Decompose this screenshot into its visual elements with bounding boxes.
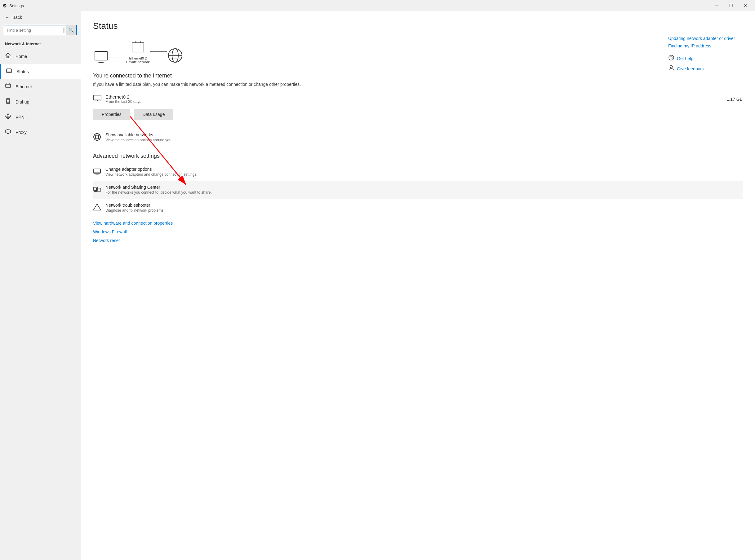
usage-period: From the last 30 days — [105, 99, 141, 104]
show-networks-icon — [93, 133, 101, 143]
svg-rect-4 — [5, 84, 11, 87]
back-label: Back — [13, 15, 22, 20]
sidebar-item-ethernet-label: Ethernet — [16, 84, 32, 89]
ethernet-icon — [5, 83, 11, 91]
button-row: Properties Data usage — [93, 109, 742, 120]
sidebar-item-proxy-label: Proxy — [16, 130, 27, 135]
proxy-icon — [5, 128, 11, 136]
sharing-icon — [93, 185, 101, 195]
adapter-sub: View network adapters and change connect… — [105, 172, 197, 177]
help-icon — [668, 55, 674, 62]
advanced-section-title: Advanced network settings — [93, 153, 742, 159]
network-diagram: Ethernet0 2 Private network — [93, 40, 742, 64]
home-icon — [5, 53, 11, 60]
title-bar: ⚙ Settings ─ ❐ ✕ — [0, 0, 755, 11]
laptop-icon — [93, 50, 109, 64]
search-input[interactable] — [4, 28, 62, 33]
right-panel: Updating network adapter or driver Findi… — [668, 36, 742, 73]
usage-row: Ethernet0 2 From the last 30 days 1.17 G… — [93, 94, 742, 104]
net-line-1 — [109, 58, 126, 58]
adapter-title: Change adapter options — [105, 167, 197, 172]
cursor-icon: ┃ — [62, 27, 66, 33]
back-button[interactable]: ← Back — [0, 11, 81, 23]
ip-address-link[interactable]: Finding my IP address — [668, 43, 742, 48]
sidebar: ← Back ┃ 🔍 Network & Internet Home — [0, 11, 81, 560]
svg-point-12 — [8, 101, 9, 102]
maximize-button[interactable]: ❐ — [724, 0, 738, 11]
troubleshoot-text: Network troubleshooter Diagnose and fix … — [105, 203, 164, 213]
troubleshoot-title: Network troubleshooter — [105, 203, 164, 208]
svg-marker-16 — [5, 129, 11, 134]
svg-rect-38 — [94, 169, 100, 173]
troubleshoot-icon — [93, 203, 101, 213]
usage-size: 1.17 GB — [727, 97, 742, 102]
give-feedback-row[interactable]: Give feedback — [668, 65, 742, 73]
globe-icon — [167, 47, 183, 64]
svg-rect-17 — [95, 52, 107, 60]
give-feedback-label: Give feedback — [677, 66, 705, 71]
sidebar-item-vpn[interactable]: VPN — [0, 109, 81, 125]
svg-rect-29 — [94, 95, 101, 100]
adapter-options-row[interactable]: Change adapter options View network adap… — [93, 163, 742, 181]
back-icon: ← — [5, 15, 9, 20]
title-bar-controls: ─ ❐ ✕ — [710, 0, 753, 11]
connected-title: You're connected to the Internet — [93, 73, 742, 79]
usage-row-left: Ethernet0 2 From the last 30 days — [93, 94, 141, 104]
properties-button[interactable]: Properties — [93, 109, 130, 120]
adapter-icon — [93, 167, 101, 177]
sharing-sub: For the networks you connect to, decide … — [105, 190, 212, 195]
network-type-label: Private network — [126, 60, 150, 64]
usage-icon — [93, 94, 102, 104]
sharing-title: Network and Sharing Center — [105, 185, 212, 190]
hardware-link[interactable]: View hardware and connection properties — [93, 221, 742, 226]
title-bar-left: ⚙ Settings — [2, 3, 24, 9]
sidebar-item-dialup-label: Dial-up — [16, 99, 29, 104]
router-icon: Ethernet0 2 Private network — [126, 40, 150, 64]
adapter-driver-link[interactable]: Updating network adapter or driver — [668, 36, 742, 41]
search-box: ┃ 🔍 — [4, 25, 77, 35]
sharing-text: Network and Sharing Center For the netwo… — [105, 185, 212, 195]
firewall-link[interactable]: Windows Firewall — [93, 229, 742, 234]
vpn-icon — [5, 113, 11, 121]
minimize-button[interactable]: ─ — [710, 0, 724, 11]
sidebar-item-proxy[interactable]: Proxy — [0, 125, 81, 140]
search-button[interactable]: 🔍 — [66, 25, 76, 35]
sidebar-item-ethernet[interactable]: Ethernet — [0, 79, 81, 94]
page-title: Status — [93, 21, 742, 31]
troubleshoot-sub: Diagnose and fix network problems. — [105, 208, 164, 213]
sidebar-item-status[interactable]: Status — [0, 64, 81, 79]
show-networks-row[interactable]: Show available networks View the connect… — [93, 128, 742, 146]
data-usage-button[interactable]: Data usage — [134, 109, 174, 120]
sidebar-item-dialup[interactable]: Dial-up — [0, 94, 81, 109]
troubleshoot-row[interactable]: Network troubleshooter Diagnose and fix … — [93, 199, 742, 217]
sidebar-heading: Network & Internet — [0, 39, 81, 49]
svg-rect-43 — [96, 188, 101, 191]
sidebar-item-home-label: Home — [16, 54, 27, 59]
usage-info: Ethernet0 2 From the last 30 days — [105, 94, 141, 104]
svg-point-51 — [670, 65, 673, 68]
sidebar-item-vpn-label: VPN — [16, 115, 24, 120]
main-content: Status E — [81, 11, 755, 560]
status-icon — [6, 67, 12, 75]
adapter-text: Change adapter options View network adap… — [105, 167, 197, 177]
svg-rect-19 — [132, 43, 144, 52]
svg-point-48 — [97, 208, 97, 209]
title-bar-title: Settings — [9, 3, 24, 8]
close-button[interactable]: ✕ — [738, 0, 753, 11]
net-line-2 — [150, 52, 167, 52]
connected-desc: If you have a limited data plan, you can… — [93, 81, 742, 88]
show-networks-title: Show available networks — [105, 132, 172, 137]
sharing-center-row[interactable]: Network and Sharing Center For the netwo… — [93, 181, 742, 199]
app-body: ← Back ┃ 🔍 Network & Internet Home — [0, 11, 755, 560]
show-networks-text: Show available networks View the connect… — [105, 132, 172, 142]
feedback-icon — [668, 65, 674, 73]
get-help-row[interactable]: Get help — [668, 55, 742, 62]
sidebar-item-home[interactable]: Home — [0, 49, 81, 64]
dialup-icon — [5, 98, 11, 106]
sidebar-item-status-label: Status — [16, 69, 29, 74]
show-networks-sub: View the connection options around you. — [105, 138, 172, 142]
usage-name: Ethernet0 2 — [105, 94, 141, 99]
get-help-label: Get help — [677, 56, 693, 61]
reset-link[interactable]: Network reset — [93, 238, 742, 243]
network-name-label: Ethernet0 2 — [129, 56, 147, 60]
